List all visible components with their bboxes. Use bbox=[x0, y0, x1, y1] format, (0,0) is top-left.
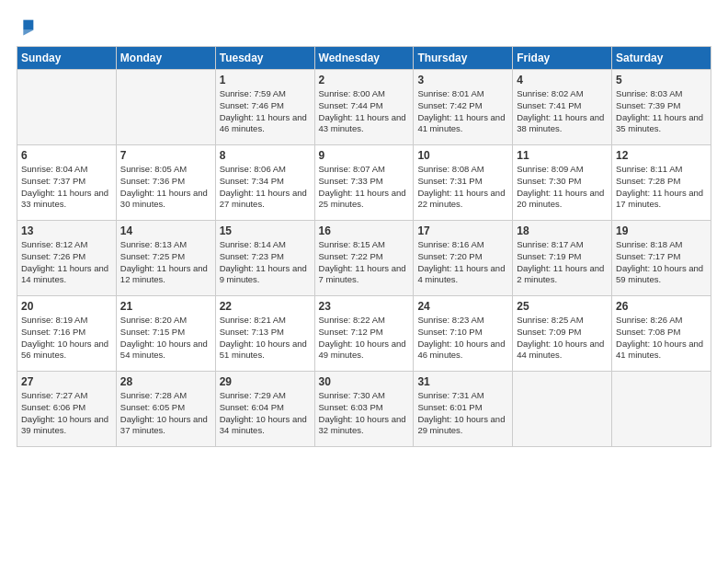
logo bbox=[17, 17, 40, 37]
day-number: 5 bbox=[616, 74, 707, 86]
calendar-cell: 20Sunrise: 8:19 AM Sunset: 7:16 PM Dayli… bbox=[17, 296, 117, 372]
column-header-monday: Monday bbox=[116, 47, 215, 70]
calendar-cell: 18Sunrise: 8:17 AM Sunset: 7:19 PM Dayli… bbox=[513, 221, 612, 296]
cell-info: Sunrise: 8:25 AM Sunset: 7:09 PM Dayligh… bbox=[517, 315, 608, 362]
cell-info: Sunrise: 8:04 AM Sunset: 7:37 PM Dayligh… bbox=[21, 164, 112, 211]
calendar-cell: 15Sunrise: 8:14 AM Sunset: 7:23 PM Dayli… bbox=[215, 221, 314, 296]
day-number: 8 bbox=[220, 149, 311, 162]
day-number: 23 bbox=[319, 300, 410, 313]
svg-marker-0 bbox=[23, 20, 33, 30]
cell-info: Sunrise: 8:01 AM Sunset: 7:42 PM Dayligh… bbox=[417, 88, 508, 135]
calendar-cell bbox=[116, 70, 215, 145]
cell-info: Sunrise: 7:31 AM Sunset: 6:01 PM Dayligh… bbox=[417, 390, 508, 437]
calendar-cell: 31Sunrise: 7:31 AM Sunset: 6:01 PM Dayli… bbox=[414, 372, 513, 447]
column-header-friday: Friday bbox=[513, 47, 612, 70]
cell-info: Sunrise: 8:21 AM Sunset: 7:13 PM Dayligh… bbox=[220, 315, 311, 362]
cell-info: Sunrise: 8:11 AM Sunset: 7:28 PM Dayligh… bbox=[616, 164, 707, 211]
cell-info: Sunrise: 8:03 AM Sunset: 7:39 PM Dayligh… bbox=[616, 88, 707, 135]
day-number: 20 bbox=[21, 300, 112, 313]
calendar-cell: 6Sunrise: 8:04 AM Sunset: 7:37 PM Daylig… bbox=[17, 145, 117, 221]
column-header-sunday: Sunday bbox=[17, 47, 117, 70]
cell-info: Sunrise: 8:06 AM Sunset: 7:34 PM Dayligh… bbox=[220, 164, 311, 211]
calendar-cell: 16Sunrise: 8:15 AM Sunset: 7:22 PM Dayli… bbox=[314, 221, 414, 296]
cell-info: Sunrise: 8:02 AM Sunset: 7:41 PM Dayligh… bbox=[517, 88, 608, 135]
day-number: 19 bbox=[616, 224, 707, 237]
calendar-cell: 14Sunrise: 8:13 AM Sunset: 7:25 PM Dayli… bbox=[116, 221, 215, 296]
calendar-cell: 12Sunrise: 8:11 AM Sunset: 7:28 PM Dayli… bbox=[612, 145, 711, 221]
calendar-cell: 11Sunrise: 8:09 AM Sunset: 7:30 PM Dayli… bbox=[513, 145, 612, 221]
day-number: 1 bbox=[220, 74, 311, 86]
day-number: 13 bbox=[21, 224, 112, 237]
day-number: 25 bbox=[517, 300, 608, 313]
calendar-cell bbox=[17, 70, 117, 145]
calendar-cell: 5Sunrise: 8:03 AM Sunset: 7:39 PM Daylig… bbox=[612, 70, 711, 145]
cell-info: Sunrise: 8:22 AM Sunset: 7:12 PM Dayligh… bbox=[319, 315, 410, 362]
column-header-wednesday: Wednesday bbox=[314, 47, 414, 70]
day-number: 7 bbox=[120, 149, 211, 162]
header bbox=[17, 17, 711, 37]
day-number: 30 bbox=[319, 375, 410, 388]
calendar-cell: 17Sunrise: 8:16 AM Sunset: 7:20 PM Dayli… bbox=[414, 221, 513, 296]
day-number: 24 bbox=[417, 300, 508, 313]
calendar-cell: 26Sunrise: 8:26 AM Sunset: 7:08 PM Dayli… bbox=[612, 296, 711, 372]
calendar-cell: 19Sunrise: 8:18 AM Sunset: 7:17 PM Dayli… bbox=[612, 221, 711, 296]
calendar-cell: 9Sunrise: 8:07 AM Sunset: 7:33 PM Daylig… bbox=[314, 145, 414, 221]
day-number: 28 bbox=[120, 375, 211, 388]
day-number: 2 bbox=[319, 74, 410, 86]
calendar-cell: 8Sunrise: 8:06 AM Sunset: 7:34 PM Daylig… bbox=[215, 145, 314, 221]
week-row-5: 27Sunrise: 7:27 AM Sunset: 6:06 PM Dayli… bbox=[17, 372, 711, 447]
calendar-cell: 13Sunrise: 8:12 AM Sunset: 7:26 PM Dayli… bbox=[17, 221, 117, 296]
day-number: 9 bbox=[319, 149, 410, 162]
cell-info: Sunrise: 8:13 AM Sunset: 7:25 PM Dayligh… bbox=[120, 239, 211, 286]
week-row-1: 1Sunrise: 7:59 AM Sunset: 7:46 PM Daylig… bbox=[17, 70, 711, 145]
calendar-cell: 7Sunrise: 8:05 AM Sunset: 7:36 PM Daylig… bbox=[116, 145, 215, 221]
cell-info: Sunrise: 8:17 AM Sunset: 7:19 PM Dayligh… bbox=[517, 239, 608, 286]
day-number: 4 bbox=[517, 74, 608, 86]
day-number: 12 bbox=[616, 149, 707, 162]
cell-info: Sunrise: 8:19 AM Sunset: 7:16 PM Dayligh… bbox=[21, 315, 112, 362]
cell-info: Sunrise: 8:12 AM Sunset: 7:26 PM Dayligh… bbox=[21, 239, 112, 286]
cell-info: Sunrise: 7:27 AM Sunset: 6:06 PM Dayligh… bbox=[21, 390, 112, 437]
calendar-cell: 4Sunrise: 8:02 AM Sunset: 7:41 PM Daylig… bbox=[513, 70, 612, 145]
cell-info: Sunrise: 8:14 AM Sunset: 7:23 PM Dayligh… bbox=[220, 239, 311, 286]
calendar-cell bbox=[612, 372, 711, 447]
cell-info: Sunrise: 7:29 AM Sunset: 6:04 PM Dayligh… bbox=[220, 390, 311, 437]
cell-info: Sunrise: 8:07 AM Sunset: 7:33 PM Dayligh… bbox=[319, 164, 410, 211]
calendar-cell: 30Sunrise: 7:30 AM Sunset: 6:03 PM Dayli… bbox=[314, 372, 414, 447]
calendar-cell: 1Sunrise: 7:59 AM Sunset: 7:46 PM Daylig… bbox=[215, 70, 314, 145]
cell-info: Sunrise: 8:16 AM Sunset: 7:20 PM Dayligh… bbox=[417, 239, 508, 286]
day-number: 16 bbox=[319, 224, 410, 237]
day-number: 22 bbox=[220, 300, 311, 313]
calendar-cell: 24Sunrise: 8:23 AM Sunset: 7:10 PM Dayli… bbox=[414, 296, 513, 372]
cell-info: Sunrise: 8:05 AM Sunset: 7:36 PM Dayligh… bbox=[120, 164, 211, 211]
day-number: 11 bbox=[517, 149, 608, 162]
calendar-cell: 27Sunrise: 7:27 AM Sunset: 6:06 PM Dayli… bbox=[17, 372, 117, 447]
cell-info: Sunrise: 8:18 AM Sunset: 7:17 PM Dayligh… bbox=[616, 239, 707, 286]
column-header-tuesday: Tuesday bbox=[215, 47, 314, 70]
cell-info: Sunrise: 7:30 AM Sunset: 6:03 PM Dayligh… bbox=[319, 390, 410, 437]
calendar-cell bbox=[513, 372, 612, 447]
day-number: 21 bbox=[120, 300, 211, 313]
cell-info: Sunrise: 8:15 AM Sunset: 7:22 PM Dayligh… bbox=[319, 239, 410, 286]
day-number: 29 bbox=[220, 375, 311, 388]
cell-info: Sunrise: 7:28 AM Sunset: 6:05 PM Dayligh… bbox=[120, 390, 211, 437]
day-number: 6 bbox=[21, 149, 112, 162]
calendar-body: 1Sunrise: 7:59 AM Sunset: 7:46 PM Daylig… bbox=[17, 70, 711, 447]
day-number: 15 bbox=[220, 224, 311, 237]
calendar-cell: 28Sunrise: 7:28 AM Sunset: 6:05 PM Dayli… bbox=[116, 372, 215, 447]
week-row-4: 20Sunrise: 8:19 AM Sunset: 7:16 PM Dayli… bbox=[17, 296, 711, 372]
calendar-cell: 3Sunrise: 8:01 AM Sunset: 7:42 PM Daylig… bbox=[414, 70, 513, 145]
cell-info: Sunrise: 7:59 AM Sunset: 7:46 PM Dayligh… bbox=[220, 88, 311, 135]
calendar-cell: 2Sunrise: 8:00 AM Sunset: 7:44 PM Daylig… bbox=[314, 70, 414, 145]
cell-info: Sunrise: 8:20 AM Sunset: 7:15 PM Dayligh… bbox=[120, 315, 211, 362]
week-row-3: 13Sunrise: 8:12 AM Sunset: 7:26 PM Dayli… bbox=[17, 221, 711, 296]
day-number: 3 bbox=[417, 74, 508, 86]
cell-info: Sunrise: 8:09 AM Sunset: 7:30 PM Dayligh… bbox=[517, 164, 608, 211]
day-number: 14 bbox=[120, 224, 211, 237]
calendar-cell: 21Sunrise: 8:20 AM Sunset: 7:15 PM Dayli… bbox=[116, 296, 215, 372]
cell-info: Sunrise: 8:00 AM Sunset: 7:44 PM Dayligh… bbox=[319, 88, 410, 135]
cell-info: Sunrise: 8:26 AM Sunset: 7:08 PM Dayligh… bbox=[616, 315, 707, 362]
calendar-table: SundayMondayTuesdayWednesdayThursdayFrid… bbox=[17, 46, 711, 447]
calendar-cell: 23Sunrise: 8:22 AM Sunset: 7:12 PM Dayli… bbox=[314, 296, 414, 372]
day-number: 27 bbox=[21, 375, 112, 388]
